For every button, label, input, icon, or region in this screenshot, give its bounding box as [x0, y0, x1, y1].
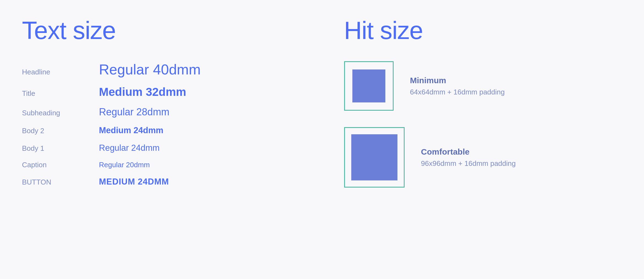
hit-size-section: Hit size Minimum 64x64dmm + 16dmm paddin… — [322, 16, 622, 188]
table-row: Headline Regular 40dmm — [22, 61, 300, 78]
hit-title-comfortable: Comfortable — [421, 147, 516, 157]
hit-title-minimum: Minimum — [410, 76, 505, 85]
type-label-subheading: Subheading — [22, 109, 99, 117]
type-label-body1: Body 1 — [22, 144, 99, 153]
hit-desc-minimum: 64x64dmm + 16dmm padding — [410, 88, 505, 96]
table-row: Title Medium 32dmm — [22, 85, 300, 99]
table-row: Caption Regular 20dmm — [22, 161, 300, 169]
hit-box-minimum — [344, 61, 394, 111]
hit-inner-comfortable — [351, 134, 397, 180]
type-label-title: Title — [22, 89, 99, 98]
type-label-body2: Body 2 — [22, 127, 99, 135]
type-value-body2: Medium 24dmm — [99, 125, 163, 135]
table-row: Body 1 Regular 24dmm — [22, 143, 300, 153]
type-label-headline: Headline — [22, 68, 99, 76]
type-value-caption: Regular 20dmm — [99, 161, 150, 169]
table-row: Subheading Regular 28dmm — [22, 106, 300, 118]
hit-info-minimum: Minimum 64x64dmm + 16dmm padding — [410, 76, 505, 96]
type-value-headline: Regular 40dmm — [99, 61, 201, 78]
type-value-button: MEDIUM 24dmm — [99, 177, 169, 187]
hit-size-title: Hit size — [344, 16, 622, 45]
hit-items-container: Minimum 64x64dmm + 16dmm padding Comfort… — [344, 61, 622, 188]
list-item: Minimum 64x64dmm + 16dmm padding — [344, 61, 622, 111]
hit-inner-minimum — [352, 69, 385, 102]
hit-box-comfortable-container — [344, 127, 405, 188]
text-size-section: Text size Headline Regular 40dmm Title M… — [22, 16, 322, 188]
type-label-button: BUTTON — [22, 178, 99, 186]
type-value-body1: Regular 24dmm — [99, 143, 160, 153]
hit-box-minimum-container — [344, 61, 394, 111]
hit-info-comfortable: Comfortable 96x96dmm + 16dmm padding — [421, 147, 516, 168]
list-item: Comfortable 96x96dmm + 16dmm padding — [344, 127, 622, 188]
type-label-caption: Caption — [22, 161, 99, 169]
type-value-title: Medium 32dmm — [99, 85, 186, 99]
type-value-subheading: Regular 28dmm — [99, 106, 169, 118]
hit-desc-comfortable: 96x96dmm + 16dmm padding — [421, 159, 516, 168]
table-row: BUTTON MEDIUM 24dmm — [22, 177, 300, 187]
main-container: Text size Headline Regular 40dmm Title M… — [22, 16, 622, 188]
hit-box-comfortable — [344, 127, 405, 188]
text-size-title: Text size — [22, 16, 300, 45]
table-row: Body 2 Medium 24dmm — [22, 125, 300, 135]
type-table: Headline Regular 40dmm Title Medium 32dm… — [22, 61, 300, 187]
